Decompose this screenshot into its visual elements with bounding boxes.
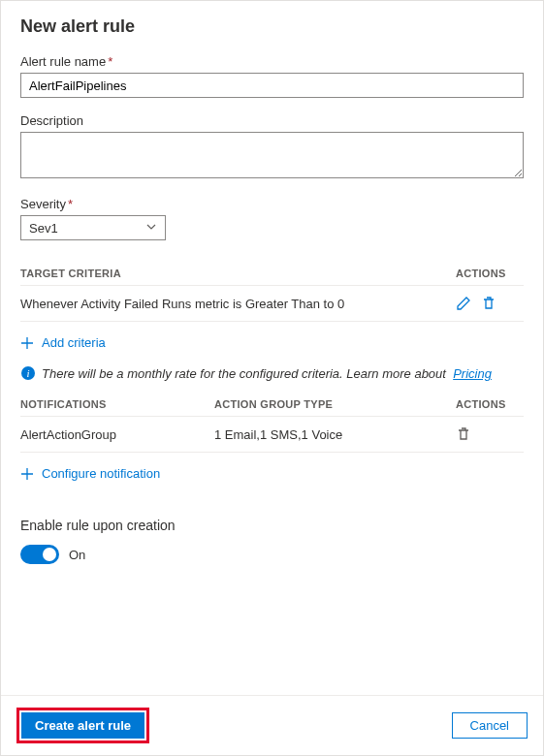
enable-rule-label: Enable rule upon creation xyxy=(20,518,524,533)
target-criteria-header: TARGET CRITERIA xyxy=(20,268,456,279)
criteria-row: Whenever Activity Failed Runs metric is … xyxy=(20,286,524,322)
configure-notification-button[interactable]: Configure notification xyxy=(20,453,160,494)
criteria-text: Whenever Activity Failed Runs metric is … xyxy=(20,297,456,311)
add-criteria-button[interactable]: Add criteria xyxy=(20,322,106,363)
description-input[interactable] xyxy=(20,132,524,178)
notif-actions-header: ACTIONS xyxy=(456,398,524,410)
plus-icon xyxy=(20,336,34,350)
severity-value: Sev1 xyxy=(29,221,58,236)
plus-icon xyxy=(20,467,34,481)
chevron-down-icon xyxy=(145,221,157,236)
create-alert-rule-button[interactable]: Create alert rule xyxy=(21,712,144,739)
notifications-header-row: NOTIFICATIONS ACTION GROUP TYPE ACTIONS xyxy=(20,398,524,417)
configure-notification-label: Configure notification xyxy=(42,466,160,481)
alert-name-label: Alert rule name* xyxy=(20,54,524,69)
cancel-button[interactable]: Cancel xyxy=(452,712,528,739)
action-group-type-header: ACTION GROUP TYPE xyxy=(214,398,456,410)
required-asterisk: * xyxy=(108,54,112,69)
severity-field: Severity* Sev1 xyxy=(20,197,524,240)
enable-rule-toggle[interactable] xyxy=(20,545,59,564)
notification-name: AlertActionGroup xyxy=(20,427,214,442)
enable-rule-section: Enable rule upon creation On xyxy=(20,518,524,564)
info-icon: i xyxy=(20,365,36,381)
pricing-link[interactable]: Pricing xyxy=(453,366,492,381)
description-field: Description xyxy=(20,113,524,181)
svg-text:i: i xyxy=(26,367,29,379)
alert-name-field: Alert rule name* xyxy=(20,54,524,98)
severity-select[interactable]: Sev1 xyxy=(20,215,166,240)
create-button-highlight: Create alert rule xyxy=(16,708,149,743)
severity-label: Severity* xyxy=(20,197,524,211)
description-label: Description xyxy=(20,113,524,128)
target-actions-header: ACTIONS xyxy=(456,268,524,279)
delete-icon[interactable] xyxy=(456,426,471,442)
info-text: There will be a monthly rate for the con… xyxy=(42,366,446,381)
enable-rule-state: On xyxy=(69,548,85,562)
notification-type: 1 Email,1 SMS,1 Voice xyxy=(214,427,456,442)
target-criteria-header-row: TARGET CRITERIA ACTIONS xyxy=(20,268,524,286)
edit-icon[interactable] xyxy=(456,296,471,311)
alert-name-input[interactable] xyxy=(20,73,524,98)
notifications-header: NOTIFICATIONS xyxy=(20,398,214,410)
delete-icon[interactable] xyxy=(481,296,496,311)
info-note: i There will be a monthly rate for the c… xyxy=(20,365,524,381)
footer: Create alert rule Cancel xyxy=(1,695,543,755)
add-criteria-label: Add criteria xyxy=(42,335,106,350)
toggle-knob xyxy=(43,548,56,561)
notification-row: AlertActionGroup 1 Email,1 SMS,1 Voice xyxy=(20,417,524,453)
required-asterisk: * xyxy=(68,197,73,211)
page-title: New alert rule xyxy=(20,16,524,37)
